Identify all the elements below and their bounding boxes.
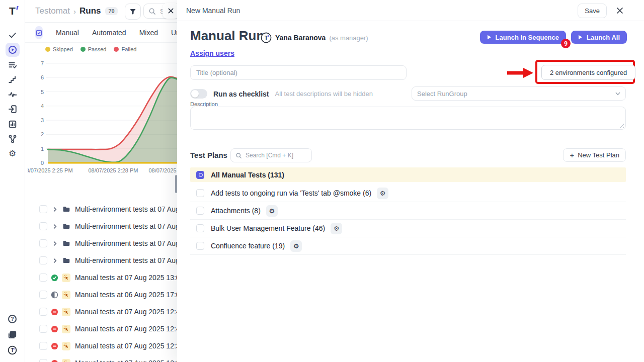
run-checkbox[interactable] (39, 205, 47, 213)
run-title[interactable]: Multi-environment tests at 07 Aug 2025 (75, 222, 177, 230)
batch-edit-button[interactable] (35, 26, 43, 39)
test-plan-checkbox[interactable] (196, 242, 204, 250)
test-plan-row[interactable]: Confluence feature (19)⚙ (190, 237, 626, 255)
run-row[interactable]: Multi-environment tests at 07 Aug 2025 (25, 235, 177, 252)
run-checkbox[interactable] (39, 308, 47, 316)
run-row[interactable]: Multi-environment tests at 07 Aug 2025 (25, 252, 177, 269)
test-plan-settings-button[interactable]: ⚙ (331, 223, 342, 234)
run-title[interactable]: Manual tests at 06 Aug 2025 17:06 (75, 291, 177, 299)
sidebar-item-test-plans[interactable] (6, 58, 20, 72)
run-checkbox[interactable] (39, 359, 47, 362)
new-test-plan-button[interactable]: + New Test Plan (563, 148, 626, 162)
tab-automated[interactable]: Automated (92, 29, 126, 37)
test-plan-row[interactable]: Bulk User Management Feature (46)⚙ (190, 220, 626, 237)
run-row[interactable]: Manual tests at 06 Aug 2025 17:0613 (25, 286, 177, 303)
run-checkbox[interactable] (39, 342, 47, 350)
expand-chevron[interactable] (52, 240, 58, 247)
test-plan-row[interactable]: Add tests to ongoing run via 'Tests' tab… (190, 185, 626, 202)
run-row[interactable]: Manual tests at 07 Aug 2025 13:02from (25, 269, 177, 286)
tab-manual[interactable]: Manual (56, 29, 79, 37)
run-title[interactable]: Manual tests at 07 Aug 2025 12:35 (75, 342, 177, 350)
test-plan-checkbox[interactable] (196, 189, 204, 197)
run-as-checklist-toggle[interactable] (190, 89, 207, 99)
rail-bottom-group: ?T (6, 311, 20, 358)
run-title[interactable]: Multi-environment tests at 07 Aug 2025 (75, 239, 177, 247)
run-checkbox[interactable] (39, 239, 47, 247)
test-plan-settings-button[interactable]: ⚙ (266, 205, 278, 217)
rungroup-select[interactable]: Select RunGroup (412, 86, 626, 101)
run-title[interactable]: Manual tests at 07 Aug 2025 12:42 (75, 325, 177, 333)
sidebar-item-tests[interactable] (6, 28, 20, 42)
sidebar-item-import[interactable] (6, 102, 20, 116)
legend-item-passed[interactable]: Passed (80, 46, 107, 52)
description-textarea[interactable] (190, 107, 626, 130)
sidebar-item-pulse[interactable] (6, 87, 20, 102)
test-plan-label[interactable]: Add tests to ongoing run via 'Tests' tab… (211, 189, 371, 197)
run-row[interactable]: Manual tests at 07 Aug 2025 12:3 (25, 354, 177, 362)
test-plan-label[interactable]: All Manual Tests (131) (211, 171, 284, 179)
save-button[interactable]: Save (578, 4, 607, 18)
run-row[interactable]: Multi-environment tests at 07 Aug 2025 (25, 201, 177, 218)
test-plan-checkbox[interactable] (196, 224, 204, 232)
test-plan-row[interactable]: Attachments (8)⚙ (190, 202, 626, 220)
test-plan-checkbox[interactable] (196, 207, 204, 215)
expand-chevron[interactable] (52, 223, 58, 230)
sidebar-item-branches[interactable] (6, 132, 20, 146)
sidebar-item-settings[interactable]: ⚙ (6, 147, 20, 161)
expand-chevron[interactable] (52, 257, 58, 264)
launch-all-button[interactable]: Launch All (571, 31, 627, 44)
run-title[interactable]: Manual tests at 07 Aug 2025 12:43 (75, 308, 177, 316)
resize-handle-icon[interactable] (619, 123, 624, 128)
breadcrumb-app[interactable]: Testomat (35, 6, 70, 16)
environments-button[interactable]: 2 environments configured (541, 65, 635, 80)
legend-dot (114, 47, 119, 52)
sidebar-item-analytics[interactable] (6, 117, 20, 131)
test-plan-row[interactable]: All Manual Tests (131) (190, 167, 626, 182)
run-checkbox[interactable] (39, 256, 47, 264)
launch-in-sequence-button[interactable]: Launch in Sequence 9 (480, 31, 566, 44)
branch-icon (8, 134, 17, 143)
run-row[interactable]: Manual tests at 07 Aug 2025 12:43from (25, 303, 177, 320)
search-close-button[interactable] (163, 3, 177, 19)
tab-unfinished[interactable]: Unfinished (171, 29, 177, 37)
sidebar-item-runs[interactable] (6, 43, 20, 57)
test-plan-settings-button[interactable]: ⚙ (290, 240, 302, 252)
run-row[interactable]: Manual tests at 07 Aug 2025 12:42from (25, 320, 177, 337)
test-plan-checkbox[interactable] (196, 171, 204, 179)
test-plan-settings-button[interactable]: ⚙ (377, 188, 388, 199)
testomat-logo-icon[interactable]: T (6, 4, 20, 18)
run-title-input[interactable] (190, 65, 407, 80)
folder-icon-wrap (62, 222, 70, 230)
svg-text:3: 3 (41, 117, 44, 123)
run-checkbox[interactable] (39, 222, 47, 230)
breadcrumb-section[interactable]: Runs (79, 6, 101, 16)
sidebar-item-projects[interactable] (6, 328, 20, 342)
legend-item-skipped[interactable]: Skipped (45, 46, 73, 52)
legend-item-failed[interactable]: Failed (114, 46, 136, 52)
test-plan-label[interactable]: Confluence feature (19) (211, 242, 285, 250)
run-title[interactable]: Multi-environment tests at 07 Aug 2025 (75, 256, 177, 264)
run-checkbox[interactable] (39, 325, 47, 333)
owner-avatar[interactable]: T (261, 32, 272, 43)
expand-chevron[interactable] (52, 206, 58, 213)
test-plans-search-input[interactable] (245, 151, 307, 159)
sidebar-item-help[interactable]: ? (6, 312, 20, 326)
area-chart: 0123456708/07/2025 2:25 PM08/07/2025 2:2… (28, 58, 177, 178)
sidebar-item-milestones[interactable] (6, 72, 20, 86)
run-checkbox[interactable] (39, 274, 47, 282)
test-plan-label[interactable]: Bulk User Management Feature (46) (211, 224, 325, 232)
run-title[interactable]: Multi-environment tests at 07 Aug 2025 (75, 205, 177, 213)
run-row[interactable]: Multi-environment tests at 07 Aug 2025 (25, 218, 177, 235)
run-status-passed (51, 274, 58, 282)
sidebar-item-profile[interactable]: T (6, 343, 20, 357)
run-title[interactable]: Manual tests at 07 Aug 2025 12:3 (75, 359, 177, 362)
test-plan-label[interactable]: Attachments (8) (211, 207, 261, 215)
test-plans-search-box[interactable] (230, 148, 312, 162)
run-row[interactable]: Manual tests at 07 Aug 2025 12:35from (25, 337, 177, 354)
run-checkbox[interactable] (39, 291, 47, 299)
filter-button[interactable] (125, 4, 141, 20)
run-title[interactable]: Manual tests at 07 Aug 2025 13:02 (75, 274, 177, 282)
tab-mixed[interactable]: Mixed (139, 29, 158, 37)
assign-users-link[interactable]: Assign users (190, 49, 234, 57)
panel-close-button[interactable] (615, 6, 625, 16)
